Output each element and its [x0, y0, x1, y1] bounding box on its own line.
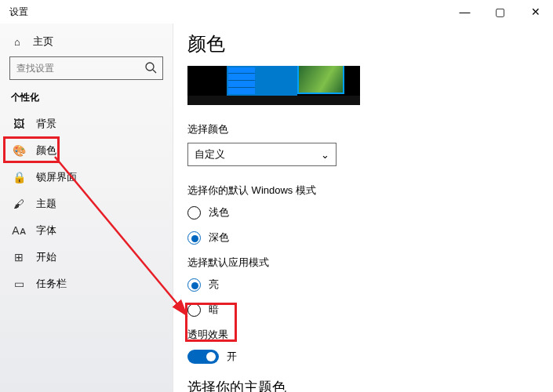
sidebar-item-label: 字体 — [36, 223, 56, 238]
sidebar-item-label: 锁屏界面 — [36, 170, 77, 184]
titlebar: 设置 — ▢ ✕ — [0, 0, 553, 24]
taskbar-icon: ▭ — [13, 278, 25, 290]
radio-label: 深色 — [209, 230, 229, 245]
radio-icon — [187, 303, 201, 317]
page-title: 颜色 — [187, 31, 539, 56]
home-label: 主页 — [33, 34, 53, 49]
sidebar-item-lockscreen[interactable]: 🔒 锁屏界面 — [9, 164, 163, 191]
search-input[interactable] — [9, 56, 163, 80]
sidebar-item-start[interactable]: ⊞ 开始 — [9, 244, 163, 270]
font-icon: Aᴀ — [13, 224, 25, 237]
maximize-button[interactable]: ▢ — [482, 0, 518, 24]
accent-heading: 选择你的主题色 — [187, 378, 539, 392]
radio-label: 浅色 — [209, 205, 229, 220]
home-link[interactable]: ⌂ 主页 — [9, 30, 163, 56]
app-mode-label: 选择默认应用模式 — [187, 256, 539, 270]
radio-icon — [187, 278, 201, 292]
svg-point-0 — [146, 63, 154, 71]
color-preview — [187, 66, 360, 105]
sidebar-item-label: 主题 — [36, 197, 56, 211]
svg-line-1 — [153, 70, 156, 73]
start-icon: ⊞ — [13, 251, 25, 263]
select-value: 自定义 — [195, 147, 225, 162]
app-mode-light[interactable]: 亮 — [187, 278, 539, 292]
sidebar-item-label: 开始 — [36, 250, 56, 264]
choose-color-select[interactable]: 自定义 ⌄ — [187, 143, 337, 166]
radio-label: 暗 — [209, 303, 219, 317]
section-label: 个性化 — [9, 91, 163, 104]
chevron-down-icon: ⌄ — [321, 149, 329, 161]
home-icon: ⌂ — [11, 35, 24, 48]
app-mode-dark[interactable]: 暗 — [187, 303, 539, 317]
sidebar-item-theme[interactable]: 🖌 主题 — [9, 191, 163, 217]
search-icon — [144, 61, 157, 76]
sidebar-item-label: 颜色 — [36, 143, 56, 158]
windows-mode-label: 选择你的默认 Windows 模式 — [187, 183, 539, 198]
close-button[interactable]: ✕ — [518, 0, 553, 24]
transparency-toggle[interactable] — [187, 350, 219, 364]
brush-icon: 🖌 — [13, 198, 25, 210]
window-title: 设置 — [9, 5, 28, 19]
radio-icon — [187, 206, 201, 220]
radio-label: 亮 — [209, 278, 219, 292]
sidebar-item-font[interactable]: Aᴀ 字体 — [9, 217, 163, 244]
search-wrap — [9, 56, 163, 80]
sidebar: ⌂ 主页 个性化 🖼 背景 🎨 颜色 🔒 锁屏界面 — [0, 24, 173, 392]
sidebar-item-taskbar[interactable]: ▭ 任务栏 — [9, 270, 163, 297]
lock-icon: 🔒 — [13, 171, 25, 183]
transparency-label: 透明效果 — [187, 328, 539, 342]
sidebar-item-label: 任务栏 — [36, 277, 67, 291]
minimize-button[interactable]: — — [447, 0, 482, 24]
sidebar-item-label: 背景 — [36, 117, 56, 131]
sidebar-item-color[interactable]: 🎨 颜色 — [9, 137, 163, 164]
sidebar-item-background[interactable]: 🖼 背景 — [9, 111, 163, 137]
windows-mode-dark[interactable]: 深色 — [187, 230, 539, 245]
main-panel: 颜色 选择颜色 自定义 ⌄ 选择你的默认 Windows 模式 浅色 深色 选择… — [173, 24, 553, 392]
toggle-state: 开 — [227, 350, 237, 364]
choose-color-label: 选择颜色 — [187, 122, 539, 136]
windows-mode-light[interactable]: 浅色 — [187, 205, 539, 220]
palette-icon: 🎨 — [13, 144, 25, 157]
radio-icon — [187, 231, 201, 245]
picture-icon: 🖼 — [13, 118, 25, 130]
